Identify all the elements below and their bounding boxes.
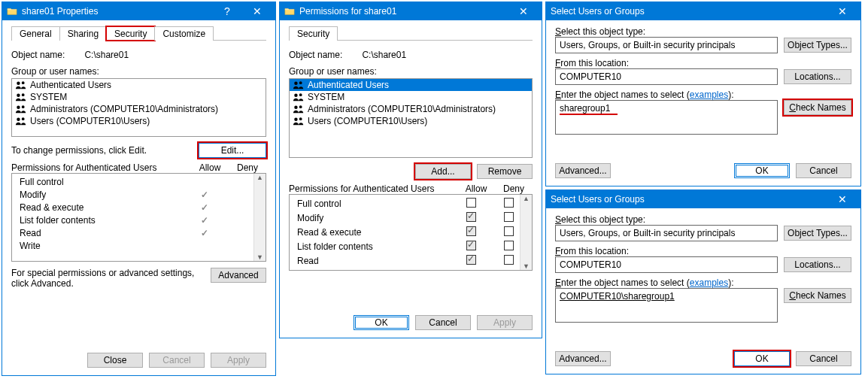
deny-col: Deny (495, 183, 533, 194)
perm-row: Modify (294, 212, 527, 224)
from-location-label: From this location: (555, 58, 851, 68)
object-names-input[interactable]: sharegroup1 (555, 100, 778, 135)
deny-checkbox[interactable] (504, 255, 514, 265)
titlebar: share01 Properties ? ✕ (2, 2, 275, 20)
list-item: Authenticated Users (290, 79, 532, 91)
ok-button[interactable]: OK (734, 351, 790, 366)
advanced-button[interactable]: Advanced... (555, 351, 611, 366)
allow-checkbox[interactable] (466, 212, 476, 222)
advanced-hint: For special permissions or advanced sett… (11, 268, 205, 289)
titlebar: Permissions for share01 ✕ (280, 2, 542, 20)
permissions-list: Full control Modify✓ Read & execute✓ Lis… (11, 173, 266, 262)
tab-security[interactable]: Security (106, 26, 155, 41)
object-name-value: C:\share01 (71, 50, 129, 60)
list-item: Users (COMPUTER10\Users) (290, 115, 532, 127)
from-location-field[interactable]: COMPUTER10 (555, 256, 778, 273)
list-item: Authenticated Users (12, 79, 266, 91)
check-names-button[interactable]: Check Names (784, 288, 851, 303)
edit-button[interactable]: Edit... (199, 143, 266, 158)
principals-list[interactable]: Authenticated Users SYSTEM Administrator… (289, 78, 533, 158)
window-title: Permissions for share01 (299, 6, 508, 17)
locations-button[interactable]: Locations... (784, 257, 851, 272)
object-types-button[interactable]: Object Types... (784, 38, 851, 53)
close-button[interactable]: Close (87, 353, 143, 368)
perm-row: Full control (294, 198, 527, 210)
object-type-field[interactable]: Users, Groups, or Built-in security prin… (555, 37, 778, 53)
enter-names-label: Enter the object names to select (exampl… (555, 277, 851, 288)
perm-row: List folder contents (294, 241, 527, 253)
folder-icon (284, 6, 295, 17)
object-types-button[interactable]: Object Types... (784, 226, 851, 241)
principals-list[interactable]: Authenticated Users SYSTEM Administrator… (11, 78, 266, 137)
properties-dialog: share01 Properties ? ✕ General Sharing S… (2, 2, 276, 376)
deny-col: Deny (229, 162, 266, 173)
object-names-input[interactable]: COMPUTER10\sharegroup1 (555, 288, 778, 323)
ok-button[interactable]: OK (354, 315, 409, 330)
tabstrip: General Sharing Security Customize (11, 26, 266, 41)
apply-button: Apply (477, 315, 533, 330)
from-location-label: From this location: (555, 246, 851, 256)
window-title: Select Users or Groups (551, 194, 827, 205)
object-type-label: SSelect this object type:elect this obje… (555, 26, 851, 37)
allow-checkbox[interactable] (466, 198, 476, 208)
add-button[interactable]: Add... (415, 164, 471, 179)
list-item: SYSTEM (290, 91, 532, 103)
deny-checkbox[interactable] (504, 241, 514, 250)
cancel-button[interactable]: Cancel (796, 163, 851, 178)
locations-button[interactable]: Locations... (784, 69, 851, 84)
perm-row: Read & execute (294, 226, 527, 238)
list-item: SYSTEM (12, 91, 266, 103)
remove-button[interactable]: Remove (477, 164, 533, 179)
examples-link[interactable]: examples (690, 89, 728, 100)
list-item: Users (COMPUTER10\Users) (12, 115, 266, 127)
allow-checkbox[interactable] (466, 255, 476, 265)
ok-button[interactable]: OK (734, 163, 790, 178)
list-item: Administrators (COMPUTER10\Administrator… (290, 103, 532, 115)
permissions-dialog: Permissions for share01 ✕ Security Objec… (279, 2, 542, 338)
close-button[interactable]: ✕ (827, 2, 857, 20)
enter-names-label: Enter the object names to select (exampl… (555, 89, 851, 100)
object-name-value: C:\share01 (348, 50, 406, 60)
select-users-dialog: Select Users or Groups ✕ SSelect this ob… (545, 2, 861, 186)
select-users-dialog: Select Users or Groups ✕ Select this obj… (545, 190, 861, 374)
window-title: share01 Properties (22, 6, 212, 17)
perm-header: Permissions for Authenticated Users (11, 162, 191, 173)
object-type-field[interactable]: Users, Groups, or Built-in security prin… (555, 225, 778, 241)
scrollbar[interactable] (520, 195, 532, 270)
titlebar: Select Users or Groups ✕ (546, 190, 860, 208)
close-button[interactable]: ✕ (508, 2, 539, 20)
deny-checkbox[interactable] (504, 198, 514, 208)
perm-row: Read (294, 255, 527, 267)
folder-icon (7, 6, 17, 17)
allow-col: Allow (457, 183, 495, 194)
close-button[interactable]: ✕ (827, 190, 857, 208)
object-name-label: Object name: (11, 50, 65, 60)
cancel-button: Cancel (149, 353, 205, 368)
check-names-button[interactable]: Check Names (784, 100, 851, 115)
object-type-label: Select this object type: (555, 214, 851, 225)
advanced-button[interactable]: Advanced... (555, 163, 611, 178)
titlebar: Select Users or Groups ✕ (546, 2, 860, 20)
cancel-button[interactable]: Cancel (796, 351, 851, 366)
tab-general[interactable]: General (11, 26, 60, 41)
list-item: Administrators (COMPUTER10\Administrator… (12, 103, 266, 115)
tab-customize[interactable]: Customize (154, 26, 214, 41)
deny-checkbox[interactable] (504, 212, 514, 222)
tab-sharing[interactable]: Sharing (59, 26, 107, 41)
apply-button: Apply (211, 353, 266, 368)
object-name-label: Object name: (289, 50, 342, 60)
window-title: Select Users or Groups (551, 6, 827, 17)
allow-checkbox[interactable] (466, 226, 476, 236)
examples-link[interactable]: examples (690, 277, 728, 288)
permissions-list: Full control Modify Read & execute List … (289, 194, 533, 271)
advanced-button[interactable]: Advanced (211, 268, 266, 283)
help-button[interactable]: ? (212, 2, 242, 20)
cancel-button[interactable]: Cancel (415, 315, 471, 330)
allow-checkbox[interactable] (466, 241, 476, 250)
scrollbar[interactable] (253, 174, 266, 261)
change-hint: To change permissions, click Edit. (11, 145, 193, 156)
close-button[interactable]: ✕ (242, 2, 272, 20)
deny-checkbox[interactable] (504, 226, 514, 236)
tab-security[interactable]: Security (289, 26, 338, 41)
from-location-field[interactable]: COMPUTER10 (555, 68, 778, 85)
